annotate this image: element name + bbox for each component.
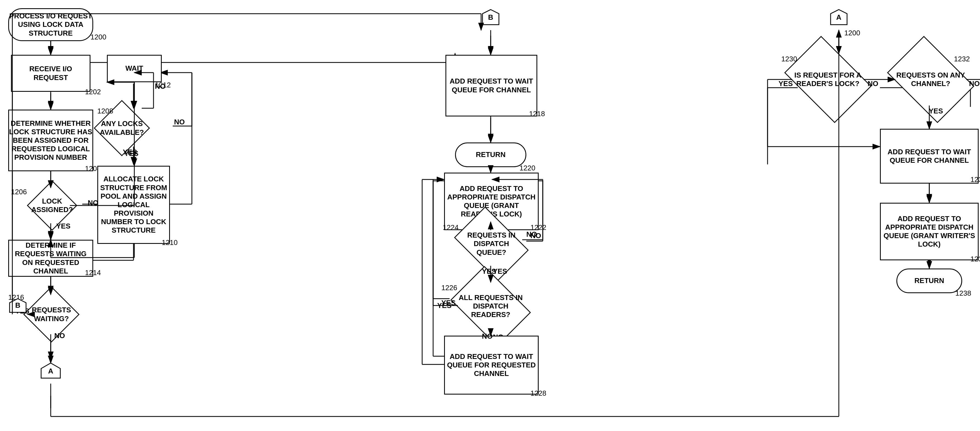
determine-lock-node: DETERMINE WHETHER LOCK STRUCTURE HAS BEE…	[8, 110, 93, 171]
requests-dispatch-no-label: NO	[526, 230, 537, 239]
label-1208: 1208	[97, 107, 113, 115]
receive-io-node: RECEIVE I/O REQUEST	[11, 55, 91, 92]
allocate-lock-label: ALLOCATE LOCK STRUCTURE FROM POOL AND AS…	[98, 175, 169, 235]
return-a-node: RETURN	[896, 269, 962, 293]
start-node: PROCESS I/O REQUEST USING LOCK DATA STRU…	[8, 8, 93, 41]
add-dispatch-writer-node: ADD REQUEST TO APPROPRIATE DISPATCH QUEU…	[880, 203, 978, 260]
add-wait-requested-label: ADD REQUEST TO WAIT QUEUE FOR REQUESTED …	[445, 352, 538, 378]
requests-dispatch-text: REQUESTS IN DISPATCH QUEUE?	[461, 223, 522, 265]
requests-waiting-no: NO	[54, 332, 65, 340]
b-connector-top: B	[481, 8, 500, 30]
label-1232: 1232	[954, 55, 970, 63]
label-1234: 1234	[970, 175, 980, 184]
add-wait-channel-a-label: ADD REQUEST TO WAIT QUEUE FOR CHANNEL	[881, 148, 978, 165]
any-locks-no: NO	[174, 118, 185, 126]
start-label: PROCESS I/O REQUEST USING LOCK DATA STRU…	[9, 12, 92, 38]
svg-text:B: B	[15, 301, 21, 309]
allocate-lock-node: ALLOCATE LOCK STRUCTURE FROM POOL AND AS…	[97, 166, 170, 244]
return-b-node: RETURN	[455, 143, 526, 167]
flowchart-diagram: PROCESS I/O REQUEST USING LOCK DATA STRU…	[0, 0, 980, 431]
is-reader-yes: YES	[778, 80, 793, 88]
add-wait-channel-a-node: ADD REQUEST TO WAIT QUEUE FOR CHANNEL	[880, 129, 978, 184]
return-a-label: RETURN	[915, 277, 944, 285]
label-1214: 1214	[85, 269, 101, 277]
label-1200b: 1200	[844, 29, 860, 37]
label-1224: 1224	[443, 223, 458, 232]
determine-requests-label: DETERMINE IF REQUESTS WAITING ON REQUEST…	[9, 241, 92, 275]
is-reader-text: IS REQUEST FOR A READER'S LOCK?	[793, 54, 863, 105]
svg-text:A: A	[48, 367, 54, 375]
lock-assigned-no: NO	[88, 199, 99, 207]
b-connector-left: B	[8, 297, 27, 316]
wait-label: WAIT	[126, 64, 143, 73]
return-b-label: RETURN	[476, 150, 506, 159]
a-connector-left: A	[40, 362, 62, 383]
determine-requests-node: DETERMINE IF REQUESTS WAITING ON REQUEST…	[8, 240, 93, 277]
all-readers-no-label: NO	[482, 332, 493, 340]
label-1218: 1218	[529, 110, 545, 118]
add-wait-channel-b-label: ADD REQUEST TO WAIT QUEUE FOR CHANNEL	[446, 77, 536, 94]
add-dispatch-writer-label: ADD REQUEST TO APPROPRIATE DISPATCH QUEU…	[881, 215, 978, 249]
requests-any-yes: YES	[929, 107, 943, 115]
label-1220: 1220	[519, 164, 535, 172]
label-1238: 1238	[955, 289, 971, 297]
requests-waiting-text: REQUESTS WAITING?	[32, 295, 70, 334]
svg-text:A: A	[836, 13, 842, 21]
requests-waiting-diamond: REQUESTS WAITING?	[23, 286, 80, 342]
label-1206: 1206	[11, 188, 27, 196]
wait-no-label: NO	[155, 82, 165, 91]
add-wait-requested-node: ADD REQUEST TO WAIT QUEUE FOR REQUESTED …	[444, 336, 539, 394]
label-1228: 1228	[530, 389, 546, 398]
label-1210: 1210	[162, 239, 178, 247]
any-locks-yes-label: YES	[124, 149, 138, 158]
wait-node: WAIT	[107, 55, 162, 82]
lock-assigned-yes: YES	[56, 222, 70, 231]
lock-assigned-text: LOCK ASSIGNED?	[35, 189, 69, 223]
label-1230: 1230	[781, 55, 797, 63]
requests-dispatch-yes-label: YES	[482, 267, 496, 276]
all-readers-yes-label: YES	[437, 301, 452, 310]
label-1226: 1226	[441, 283, 457, 292]
label-1200a: 1200	[91, 33, 107, 41]
svg-text:B: B	[488, 13, 493, 21]
determine-lock-label: DETERMINE WHETHER LOCK STRUCTURE HAS BEE…	[9, 119, 92, 162]
requests-any-no: NO	[969, 80, 980, 88]
a-connector-top: A	[829, 8, 848, 30]
add-wait-channel-b-node: ADD REQUEST TO WAIT QUEUE FOR CHANNEL	[445, 55, 537, 116]
is-reader-diamond: IS REQUEST FOR A READER'S LOCK?	[784, 36, 872, 123]
is-reader-no: NO	[868, 80, 878, 88]
label-1236: 1236	[970, 255, 980, 263]
all-readers-text: ALL REQUESTS IN DISPATCH READERS?	[458, 283, 523, 329]
receive-io-label: RECEIVE I/O REQUEST	[12, 65, 90, 82]
label-1202: 1202	[85, 87, 101, 96]
